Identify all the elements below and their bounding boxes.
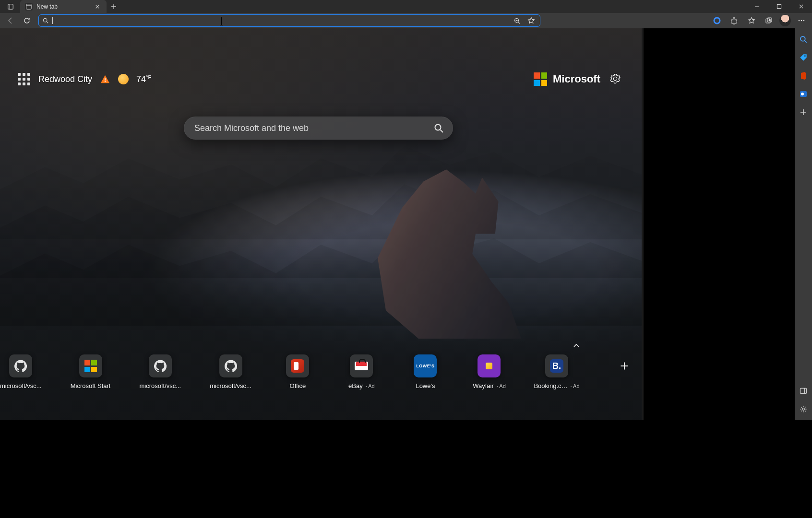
quicklink-item[interactable]: LOWE'SLowe's	[408, 354, 443, 389]
more-menu-button[interactable]	[795, 14, 808, 27]
quicklink-item[interactable]: Microsoft Start	[71, 354, 111, 389]
tab-strip: New tab	[0, 0, 121, 13]
quicklink-label: microsoft/vsc...	[0, 382, 42, 389]
svg-point-28	[802, 408, 805, 411]
weather-sun-icon	[118, 74, 129, 84]
refresh-button[interactable]	[20, 14, 34, 27]
ntp-search-button[interactable]	[424, 122, 453, 134]
quicklink-label: Office	[290, 382, 306, 389]
sidebar-shopping-button[interactable]	[797, 51, 810, 64]
svg-point-15	[801, 20, 802, 22]
quicklink-item[interactable]: B.Booking.c… · Ad	[536, 354, 578, 389]
window-close-button[interactable]	[790, 0, 812, 13]
quicklink-item[interactable]: Wayfair · Ad	[472, 354, 507, 389]
svg-point-25	[801, 93, 804, 95]
svg-point-23	[804, 55, 806, 57]
sidebar-hide-button[interactable]	[797, 385, 810, 397]
scrollbar-track[interactable]	[642, 28, 644, 420]
window-minimize-button[interactable]	[746, 0, 768, 13]
tab-title: New tab	[36, 3, 58, 10]
tab-close-button[interactable]	[93, 2, 102, 11]
weather-location[interactable]: Redwood City	[38, 74, 92, 84]
sidebar-add-button[interactable]	[797, 106, 810, 118]
tile-github	[219, 354, 242, 377]
tab-active[interactable]: New tab	[20, 0, 107, 13]
gear-icon	[610, 73, 621, 84]
svg-rect-5	[777, 4, 781, 8]
close-icon	[95, 4, 100, 9]
office-icon	[799, 71, 808, 80]
weather-temp[interactable]: 74°F	[136, 74, 151, 84]
ad-badge: · Ad	[495, 383, 506, 389]
toolbar	[0, 13, 812, 28]
zoom-button[interactable]	[510, 14, 524, 27]
quicklinks-collapse-button[interactable]	[570, 339, 583, 353]
star-icon	[748, 17, 755, 24]
quicklink-item[interactable]: microsoft/vsc...	[0, 354, 42, 389]
quicklink-item[interactable]: eBay · Ad	[344, 354, 379, 389]
svg-point-21	[800, 36, 805, 41]
quicklink-label: eBay · Ad	[348, 382, 375, 389]
ntp-content: Redwood City 74°F Microsoft Search Micro…	[0, 28, 642, 420]
plus-icon	[620, 361, 629, 371]
tab-favicon	[25, 3, 33, 11]
ntp-search-box[interactable]: Search Microsoft and the web	[184, 117, 453, 140]
zoom-icon	[513, 17, 521, 24]
refresh-icon	[23, 17, 31, 24]
quicklink-label: microsoft/vsc...	[210, 382, 251, 389]
profile-avatar-button[interactable]	[779, 15, 791, 26]
extensions-button[interactable]	[728, 14, 741, 27]
quicklink-label: Wayfair · Ad	[473, 382, 506, 389]
quicklink-item[interactable]: Office	[280, 354, 315, 389]
favorite-button[interactable]	[525, 14, 538, 27]
newtab-icon	[26, 4, 32, 10]
svg-rect-26	[800, 388, 807, 394]
address-bar[interactable]	[38, 14, 540, 27]
svg-line-7	[47, 22, 48, 23]
ad-badge: · Ad	[569, 383, 580, 389]
tile-msstart	[79, 354, 102, 377]
svg-line-20	[441, 130, 443, 133]
ntp-settings-button[interactable]	[610, 73, 621, 86]
app-launcher-button[interactable]	[17, 72, 31, 86]
tile-wayfair	[478, 354, 501, 377]
sidebar-settings-button[interactable]	[797, 403, 810, 415]
tile-github	[9, 354, 32, 377]
window-controls	[746, 0, 812, 13]
svg-rect-0	[8, 4, 13, 9]
svg-rect-2	[26, 4, 32, 9]
text-cursor-icon	[221, 17, 222, 25]
window-maximize-button[interactable]	[768, 0, 790, 13]
svg-point-11	[714, 18, 720, 24]
cropped-region	[0, 420, 812, 518]
sidebar-search-button[interactable]	[797, 33, 810, 46]
quicklink-add-button[interactable]	[607, 354, 642, 389]
new-tab-button[interactable]	[107, 0, 121, 13]
maximize-icon	[776, 4, 782, 9]
close-icon	[799, 4, 804, 9]
toolbar-right	[710, 14, 808, 27]
back-button[interactable]	[4, 14, 17, 27]
tile-ebay	[350, 354, 373, 377]
svg-point-6	[43, 18, 47, 22]
sidebar-office-button[interactable]	[797, 70, 810, 82]
svg-line-9	[518, 22, 519, 23]
tag-icon	[799, 53, 808, 62]
favorites-button[interactable]	[745, 14, 758, 27]
ring-icon	[713, 16, 721, 25]
svg-line-22	[805, 41, 807, 43]
collections-button[interactable]	[762, 14, 776, 27]
puzzle-icon	[730, 17, 738, 24]
quicklink-label: Booking.c… · Ad	[534, 382, 579, 389]
extension-circle-button[interactable]	[710, 14, 724, 27]
microsoft-logo-icon	[534, 72, 547, 86]
tab-actions-button[interactable]	[3, 0, 18, 13]
quicklink-item[interactable]: microsoft/vsc...	[139, 354, 181, 389]
quicklink-item[interactable]: microsoft/vsc...	[210, 354, 251, 389]
plus-icon	[800, 109, 807, 116]
svg-rect-4	[754, 7, 759, 7]
sidebar-outlook-button[interactable]	[797, 88, 810, 100]
address-input[interactable]	[53, 17, 510, 25]
minimize-icon	[754, 4, 760, 9]
star-plus-icon	[527, 17, 535, 24]
